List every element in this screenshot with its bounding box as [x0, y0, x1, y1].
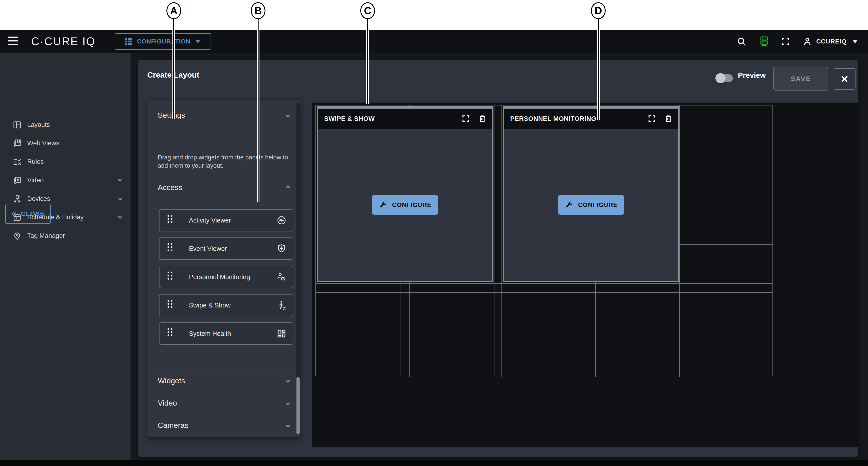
panel-title: SWIPE & SHOW [324, 115, 462, 123]
widget-palette-panel: Settings Drag and drop widgets from the … [147, 99, 301, 437]
delete-icon[interactable] [478, 114, 487, 123]
grid-line [689, 105, 689, 377]
devices-icon [12, 194, 22, 204]
save-button[interactable]: SAVE [773, 67, 828, 91]
sidebar-close-label: CLOSE [21, 210, 44, 218]
drag-handle-icon[interactable] [167, 272, 173, 279]
section-video[interactable]: Video [148, 392, 301, 413]
widget-card-swipe-show[interactable]: Swipe & Show [159, 294, 293, 317]
section-widgets[interactable]: Widgets [148, 370, 301, 391]
user-menu-chevron-icon[interactable] [852, 40, 858, 43]
section-cameras[interactable]: Cameras [148, 414, 301, 436]
sidebar-item-rules[interactable]: Rules [0, 153, 130, 171]
delete-icon[interactable] [664, 114, 673, 123]
chevron-down-icon [118, 177, 122, 181]
sidebar-item-label: Web Views [27, 140, 59, 147]
placed-panel-personnel-monitoring[interactable]: PERSONNEL MONITORING CONFIGURE [503, 106, 680, 282]
widget-card-label: Event Viewer [189, 245, 227, 253]
sidebar-close-button[interactable]: « CLOSE [5, 204, 51, 224]
sidebar-item-layouts[interactable]: Layouts [0, 115, 130, 134]
widget-card-activity-viewer[interactable]: Activity Viewer [159, 209, 293, 231]
video-icon [12, 176, 22, 185]
system-health-icon [276, 328, 287, 339]
widget-card-event-viewer[interactable]: Event Viewer [159, 237, 293, 260]
widget-card-label: Personnel Monitoring [189, 273, 250, 281]
scrollbar-thumb[interactable] [297, 377, 300, 434]
configure-button-label: CONFIGURE [578, 201, 618, 208]
fullscreen-icon[interactable] [781, 37, 790, 46]
configure-button[interactable]: CONFIGURE [372, 195, 438, 215]
close-dialog-button[interactable]: ✕ [834, 68, 856, 90]
section-settings[interactable]: Settings [148, 105, 301, 125]
configure-button[interactable]: CONFIGURE [558, 195, 624, 215]
widget-panel-scrollbar[interactable] [297, 103, 300, 434]
section-divider [153, 392, 295, 392]
hamburger-menu-icon[interactable] [8, 37, 18, 46]
panel-title: PERSONNEL MONITORING [510, 115, 648, 123]
section-access[interactable]: Access [148, 177, 301, 197]
placed-panel-swipe-show[interactable]: SWIPE & SHOW CONFIGURE [317, 106, 493, 282]
section-cameras-label: Cameras [158, 421, 188, 430]
drag-drop-hint: Drag and drop widgets from the panels be… [158, 153, 291, 170]
chevron-down-icon [286, 378, 290, 382]
create-layout-dialog: Create Layout Preview SAVE ✕ Settings Dr… [138, 60, 858, 457]
callout-d-line [597, 19, 600, 121]
sidebar-item-video[interactable]: Video [0, 171, 130, 190]
drag-handle-icon[interactable] [167, 300, 173, 308]
drag-handle-icon[interactable] [167, 215, 173, 223]
callout-a-label: A [170, 5, 177, 17]
layout-grid[interactable]: SWIPE & SHOW CONFIGURE PERSONNEL MONI [315, 105, 773, 376]
callout-d: D [591, 2, 606, 19]
activity-viewer-icon [276, 215, 287, 225]
chevron-down-icon [286, 113, 290, 117]
callout-c-label: C [364, 5, 371, 17]
app-logo: C·CURE IQ [31, 30, 95, 53]
window-bottom-edge [0, 460, 868, 466]
search-icon[interactable] [736, 36, 747, 46]
rules-icon [12, 157, 22, 167]
layouts-icon [12, 120, 22, 130]
grid-line [679, 230, 773, 230]
sidebar-item-web-views[interactable]: Web Views [0, 134, 130, 153]
sidebar-item-label: Rules [27, 158, 44, 165]
server-status-icon[interactable] [758, 35, 770, 48]
configuration-nav-label: CONFIGURATION [137, 38, 190, 45]
widget-card-personnel-monitoring[interactable]: Personnel Monitoring [159, 266, 293, 288]
user-avatar-icon[interactable] [802, 37, 812, 46]
chevron-down-icon [118, 196, 122, 200]
layout-canvas: SWIPE & SHOW CONFIGURE PERSONNEL MONI [312, 103, 858, 447]
widget-card-system-health[interactable]: System Health [159, 323, 293, 345]
preview-toggle-knob[interactable] [715, 73, 726, 84]
close-icon: ✕ [841, 73, 849, 85]
apps-grid-icon [125, 38, 132, 45]
web-views-icon [12, 139, 22, 148]
sidebar-item-label: Devices [27, 195, 50, 202]
chevron-down-icon [195, 40, 200, 43]
wrench-icon [565, 201, 573, 209]
grid-line [495, 105, 495, 377]
personnel-monitoring-icon [276, 272, 287, 282]
username[interactable]: CCUREIQ [816, 38, 846, 45]
preview-toggle[interactable] [717, 74, 733, 82]
section-settings-label: Settings [158, 111, 185, 120]
configuration-nav-button[interactable]: CONFIGURATION [115, 33, 211, 50]
swipe-show-icon [276, 300, 287, 310]
grid-line [316, 292, 773, 293]
wrench-icon [379, 201, 387, 209]
chevron-down-icon [286, 423, 290, 427]
tag-manager-icon [12, 231, 22, 241]
section-widgets-label: Widgets [158, 376, 185, 385]
callout-a-line [173, 19, 175, 119]
widget-card-label: Activity Viewer [189, 217, 231, 224]
expand-icon[interactable] [648, 114, 656, 123]
chevron-down-icon [286, 401, 290, 405]
callout-b-label: B [254, 5, 262, 17]
preview-label: Preview [738, 71, 766, 79]
widget-card-label: System Health [189, 330, 231, 337]
section-video-label: Video [158, 399, 177, 407]
drag-handle-icon[interactable] [167, 328, 173, 336]
sidebar-item-tag-manager[interactable]: Tag Manager [0, 227, 130, 245]
drag-handle-icon[interactable] [167, 243, 173, 251]
navigation-sidebar: Layouts Web Views Rules Video Devices Sc… [0, 53, 130, 460]
expand-icon[interactable] [462, 114, 470, 123]
